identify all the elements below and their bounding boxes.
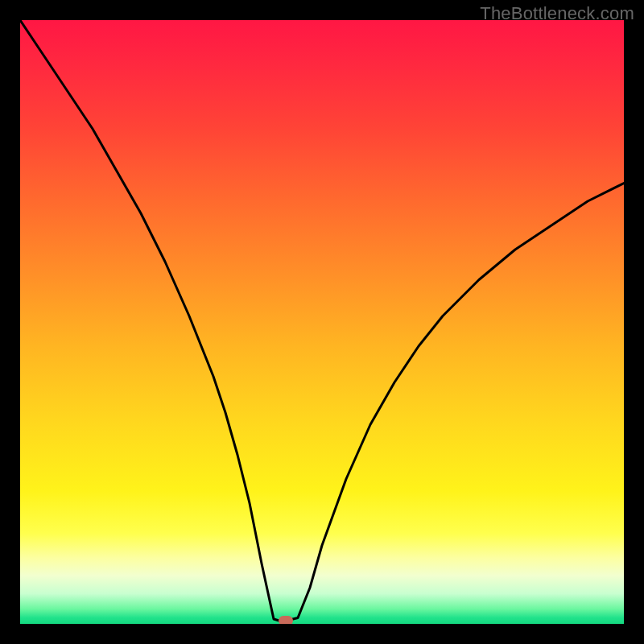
watermark-text: TheBottleneck.com — [480, 3, 634, 24]
optimum-marker — [279, 616, 293, 624]
chart-frame: TheBottleneck.com — [0, 0, 644, 644]
curve-path — [20, 20, 624, 621]
plot-area — [20, 20, 624, 624]
bottleneck-curve — [20, 20, 624, 624]
